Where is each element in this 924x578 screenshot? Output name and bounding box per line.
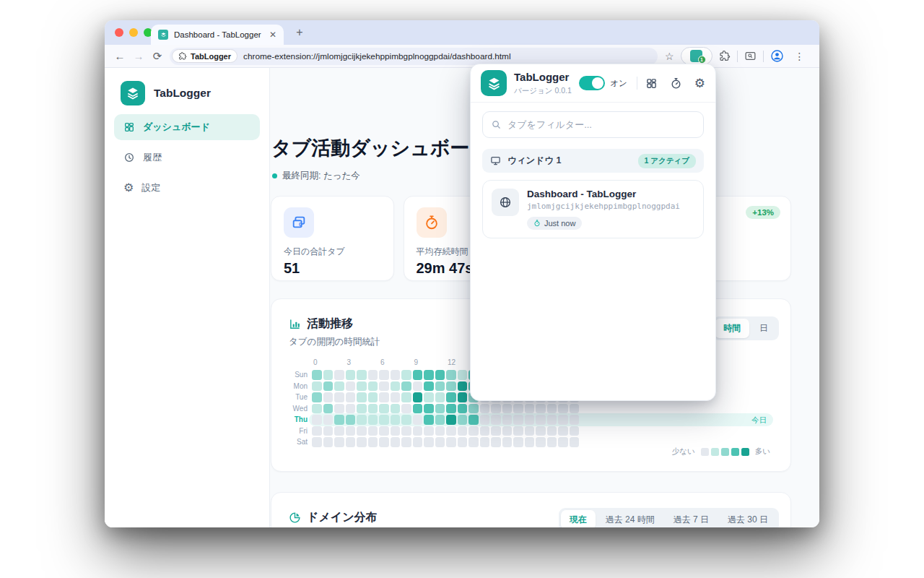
heatmap-cell[interactable] — [502, 426, 513, 436]
heatmap-cell[interactable] — [357, 415, 367, 425]
heatmap-cell[interactable] — [312, 415, 322, 425]
heatmap-cell[interactable] — [468, 426, 479, 436]
heatmap-cell[interactable] — [379, 437, 389, 447]
heatmap-cell[interactable] — [368, 415, 378, 425]
heatmap-cell[interactable] — [468, 404, 479, 414]
heatmap-cell[interactable] — [513, 415, 523, 425]
heatmap-cell[interactable] — [480, 415, 490, 425]
heatmap-cell[interactable] — [391, 426, 401, 436]
heatmap-cell[interactable] — [391, 381, 401, 392]
forward-icon[interactable]: → — [129, 50, 148, 62]
heatmap-cell[interactable] — [368, 404, 378, 414]
filter-30d-button[interactable]: 過去 30 日 — [719, 510, 777, 527]
heatmap-cell[interactable] — [446, 392, 456, 402]
heatmap-cell[interactable] — [401, 404, 411, 414]
heatmap-cell[interactable] — [334, 392, 344, 402]
heatmap-cell[interactable] — [547, 404, 557, 414]
heatmap-cell[interactable] — [502, 415, 513, 425]
heatmap-cell[interactable] — [491, 415, 501, 425]
heatmap-cell[interactable] — [435, 437, 445, 447]
heatmap-cell[interactable] — [334, 381, 344, 392]
heatmap-cell[interactable] — [435, 381, 445, 392]
heatmap-cell[interactable] — [435, 370, 445, 380]
browser-tab[interactable]: Dashboard - TabLogger ✕ — [151, 25, 284, 45]
heatmap-cell[interactable] — [491, 426, 501, 436]
heatmap-cell[interactable] — [323, 370, 334, 380]
heatmap-cell[interactable] — [435, 404, 445, 414]
toggle-hours-button[interactable]: 時間 — [715, 319, 749, 338]
heatmap-cell[interactable] — [334, 404, 344, 414]
heatmap-cell[interactable] — [424, 404, 434, 414]
heatmap-cell[interactable] — [312, 426, 322, 436]
heatmap-cell[interactable] — [513, 426, 523, 436]
heatmap-cell[interactable] — [547, 415, 557, 425]
heatmap-cell[interactable] — [446, 370, 456, 380]
sidebar-item-dashboard[interactable]: ダッシュボード — [114, 114, 260, 140]
heatmap-cell[interactable] — [379, 404, 389, 414]
heatmap-cell[interactable] — [368, 426, 378, 436]
popup-settings-gear-icon[interactable]: ⚙ — [694, 77, 705, 90]
heatmap-cell[interactable] — [480, 437, 490, 447]
heatmap-cell[interactable] — [346, 392, 356, 402]
heatmap-cell[interactable] — [379, 426, 389, 436]
heatmap-cell[interactable] — [468, 415, 479, 425]
heatmap-cell[interactable] — [458, 426, 468, 436]
heatmap-cell[interactable] — [413, 426, 423, 436]
heatmap-cell[interactable] — [570, 404, 580, 414]
heatmap-cell[interactable] — [357, 392, 367, 402]
heatmap-cell[interactable] — [346, 437, 356, 447]
heatmap-cell[interactable] — [413, 404, 423, 414]
heatmap-cell[interactable] — [312, 404, 322, 414]
heatmap-cell[interactable] — [413, 437, 423, 447]
heatmap-cell[interactable] — [468, 437, 479, 447]
side-panel-search-icon[interactable] — [744, 50, 757, 62]
heatmap-cell[interactable] — [570, 426, 580, 436]
heatmap-cell[interactable] — [401, 415, 411, 425]
menu-kebab-icon[interactable]: ⋮ — [790, 51, 809, 62]
heatmap-cell[interactable] — [424, 426, 434, 436]
heatmap-cell[interactable] — [413, 392, 423, 402]
heatmap-cell[interactable] — [346, 426, 356, 436]
heatmap-cell[interactable] — [435, 392, 445, 402]
heatmap-cell[interactable] — [413, 370, 423, 380]
heatmap-cell[interactable] — [458, 404, 468, 414]
heatmap-cell[interactable] — [312, 437, 322, 447]
close-window-button[interactable] — [115, 28, 123, 37]
heatmap-cell[interactable] — [401, 370, 411, 380]
heatmap-cell[interactable] — [491, 437, 501, 447]
tablogger-toolbar-icon[interactable]: 1 — [681, 47, 712, 65]
heatmap-cell[interactable] — [525, 437, 535, 447]
heatmap-cell[interactable] — [357, 437, 367, 447]
heatmap-cell[interactable] — [513, 404, 523, 414]
heatmap-cell[interactable] — [401, 437, 411, 447]
heatmap-cell[interactable] — [446, 437, 456, 447]
heatmap-cell[interactable] — [323, 437, 334, 447]
heatmap-cell[interactable] — [558, 404, 568, 414]
heatmap-cell[interactable] — [346, 370, 356, 380]
heatmap-cell[interactable] — [323, 415, 334, 425]
heatmap-cell[interactable] — [480, 426, 490, 436]
heatmap-cell[interactable] — [368, 370, 378, 380]
window-group-row[interactable]: ウィンドウ 1 1 アクティブ — [482, 149, 704, 173]
heatmap-cell[interactable] — [323, 426, 334, 436]
heatmap-cell[interactable] — [558, 415, 568, 425]
sidebar-item-history[interactable]: 履歴 — [114, 144, 260, 171]
heatmap-cell[interactable] — [346, 381, 356, 392]
extensions-puzzle-icon[interactable] — [719, 51, 731, 62]
heatmap-cell[interactable] — [357, 370, 367, 380]
heatmap-cell[interactable] — [391, 370, 401, 380]
heatmap-cell[interactable] — [323, 381, 334, 392]
heatmap-cell[interactable] — [368, 437, 378, 447]
heatmap-cell[interactable] — [502, 404, 513, 414]
new-tab-button[interactable]: + — [292, 25, 307, 40]
sidebar-item-settings[interactable]: ⚙ 設定 — [114, 175, 260, 201]
heatmap-cell[interactable] — [536, 437, 546, 447]
heatmap-cell[interactable] — [446, 426, 456, 436]
heatmap-cell[interactable] — [458, 437, 468, 447]
heatmap-cell[interactable] — [323, 404, 334, 414]
heatmap-cell[interactable] — [346, 404, 356, 414]
heatmap-cell[interactable] — [536, 415, 546, 425]
heatmap-cell[interactable] — [424, 437, 434, 447]
heatmap-cell[interactable] — [491, 404, 501, 414]
heatmap-cell[interactable] — [413, 415, 423, 425]
